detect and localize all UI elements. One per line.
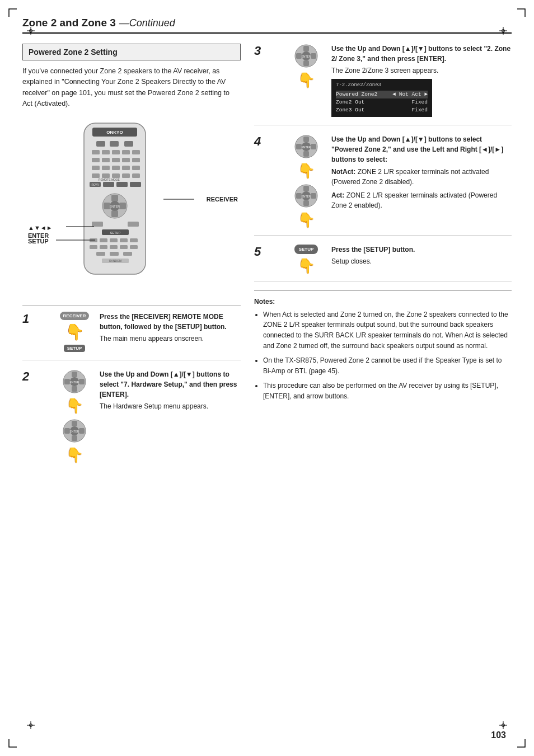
step-4-items: NotAct: ZONE 2 L/R speaker terminals not…	[331, 167, 512, 210]
svg-rect-28	[92, 166, 100, 170]
svg-rect-40	[103, 182, 114, 187]
step-1-num-col: 1	[22, 312, 49, 326]
step-1-title: Press the [RECEIVER] REMOTE MODE button,…	[100, 312, 241, 332]
svg-rect-60	[90, 245, 97, 249]
screen-row-3: Zone3 Out Fixed	[336, 106, 428, 114]
step-4-notact-label: NotAct:	[331, 168, 355, 176]
svg-rect-61	[100, 245, 107, 249]
title-sub: —Continued	[119, 17, 175, 29]
crosshair-bl	[27, 721, 35, 729]
step-2-desc: The Hardware Setup menu appears.	[100, 401, 241, 411]
step-4-notact-desc: ZONE 2 L/R speaker terminals not activat…	[331, 168, 489, 186]
setup-label-text: SETUP	[28, 238, 49, 245]
svg-text:RANDOM: RANDOM	[109, 259, 121, 262]
divider-notes	[254, 290, 512, 291]
setup-text-img: SETUP	[299, 247, 314, 252]
svg-rect-37	[132, 173, 140, 178]
screen-row-1: Powered Zone2 ◄ Not Act ►	[336, 91, 428, 98]
svg-rect-18	[92, 150, 100, 154]
svg-rect-57	[110, 238, 118, 242]
screen-header: 7-2.Zone2/Zone3	[336, 82, 428, 90]
svg-rect-81	[72, 421, 77, 426]
svg-rect-77	[79, 379, 85, 384]
corner-mark-tr	[516, 8, 526, 18]
step-2-block: 2 ENTER �	[22, 369, 241, 470]
step-4-text: Use the Up and Down [▲]/[▼] buttons to s…	[331, 134, 512, 210]
svg-rect-21	[122, 150, 130, 154]
step-3-img: ENTER 👇	[287, 44, 326, 87]
svg-rect-22	[132, 150, 140, 154]
svg-rect-88	[303, 46, 309, 51]
step-3-title: Use the Up and Down [▲]/[▼] buttons to s…	[331, 44, 512, 64]
svg-text:ENTER: ENTER	[70, 381, 79, 384]
finger-2b: 👇	[65, 448, 83, 462]
step-3-text: Use the Up and Down [▲]/[▼] buttons to s…	[331, 44, 512, 117]
svg-text:ENTER: ENTER	[70, 430, 79, 433]
finger-2a: 👇	[65, 398, 83, 413]
notes-section: Notes: When Act is selected and Zone 2 t…	[254, 297, 512, 401]
svg-rect-84	[79, 428, 85, 434]
svg-rect-65	[96, 252, 105, 256]
step-2-number: 2	[22, 369, 49, 384]
corner-mark-br	[516, 738, 526, 748]
svg-rect-74	[72, 372, 77, 377]
step-5-block: 5 SETUP 👇 Press the [SETUP] button. Setu…	[254, 245, 512, 281]
svg-rect-36	[122, 173, 130, 178]
step-1-block: 1 RECEIVER 👇 SETUP Press the [RECEIVER] …	[22, 312, 241, 360]
page: Zone 2 and Zone 3 —Continued Powered Zon…	[0, 0, 534, 756]
svg-rect-33	[92, 173, 100, 178]
step-4-num-col: 4	[254, 134, 281, 149]
svg-rect-45	[111, 195, 118, 201]
corner-mark-bl	[8, 738, 18, 748]
svg-rect-25	[112, 158, 120, 162]
crosshair-tl	[27, 27, 35, 35]
svg-text:ENTER: ENTER	[302, 55, 311, 58]
step-5-title: Press the [SETUP] button.	[331, 245, 512, 255]
step-3-num-col: 3	[254, 44, 281, 58]
step-2-title: Use the Up and Down [▲]/[▼] buttons to s…	[100, 369, 241, 400]
crosshair-tr	[499, 27, 507, 35]
step-3-desc: The Zone 2/Zone 3 screen appears.	[331, 65, 512, 76]
svg-rect-76	[64, 379, 70, 384]
svg-rect-95	[303, 137, 309, 142]
svg-rect-31	[122, 166, 130, 170]
screen-row-3-label: Zone3 Out	[336, 106, 364, 114]
screen-row-1-value: ◄ Not Act ►	[392, 91, 428, 98]
step-4-item-1: NotAct: ZONE 2 L/R speaker terminals not…	[331, 167, 512, 187]
finger-4a: 👇	[297, 163, 315, 178]
svg-rect-105	[311, 193, 316, 199]
finger-3: 👇	[297, 73, 315, 87]
svg-rect-15	[96, 141, 105, 147]
screen-row-2-value: Fixed	[411, 98, 428, 106]
remote-graphic: ONKYO	[22, 118, 241, 297]
svg-rect-66	[110, 252, 119, 256]
svg-rect-48	[119, 203, 126, 209]
remote-label-receiver: RECEIVER	[207, 196, 238, 203]
svg-rect-75	[72, 386, 77, 392]
corner-mark-tl	[8, 8, 18, 18]
svg-rect-34	[102, 173, 110, 178]
step-4-number: 4	[254, 134, 281, 149]
svg-rect-17	[124, 141, 133, 147]
crosshair-br	[499, 721, 507, 729]
right-column: 3 ENTER 👇	[254, 44, 512, 479]
step-4-block: 4 ENTER 👇	[254, 134, 512, 236]
step-1-text: Press the [RECEIVER] REMOTE MODE button,…	[100, 312, 241, 344]
step-5-num-col: 5	[254, 245, 281, 259]
svg-rect-29	[102, 166, 110, 170]
svg-rect-98	[311, 144, 316, 149]
svg-text:REMOTE MODE: REMOTE MODE	[99, 178, 120, 181]
step-4-item-2: Act: ZONE 2 L/R speaker terminals activa…	[331, 190, 512, 210]
receiver-button-img: RECEIVER	[60, 312, 90, 320]
step-1-number: 1	[22, 312, 49, 326]
step-4-act-label: Act:	[331, 191, 344, 199]
onscreen-display: 7-2.Zone2/Zone3 Powered Zone2 ◄ Not Act …	[331, 79, 432, 117]
step-5-desc: Setup closes.	[331, 256, 512, 266]
step-2-img: ENTER 👇 ENTER	[55, 369, 94, 462]
svg-rect-63	[120, 245, 128, 249]
dpad-3: ENTER	[294, 44, 318, 68]
svg-rect-62	[110, 245, 118, 249]
notes-title: Notes:	[254, 297, 512, 307]
svg-text:ENTER: ENTER	[302, 145, 311, 149]
step-1-desc: The main menu appears onscreen.	[100, 334, 241, 344]
